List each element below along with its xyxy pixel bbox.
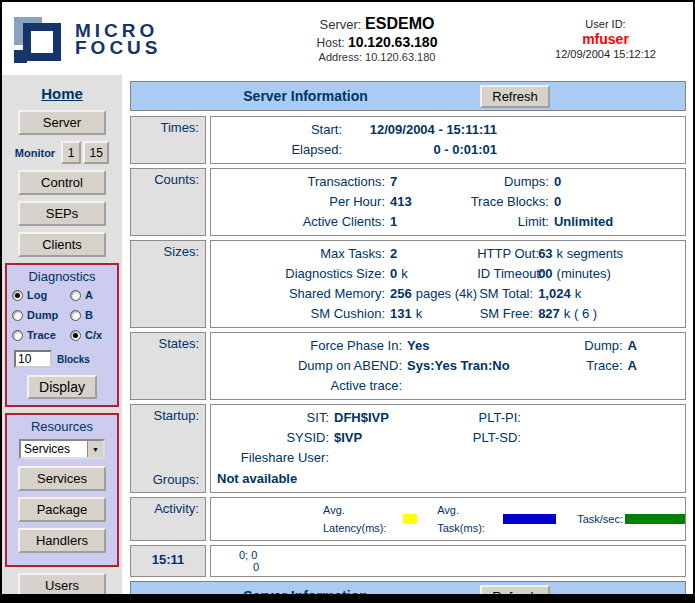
server-name: ESDEMO xyxy=(365,15,434,32)
trace-radio[interactable] xyxy=(12,330,23,341)
blocks-label: Blocks xyxy=(57,354,90,365)
main-area: Server Information Refresh Times: Start:… xyxy=(122,75,693,594)
users-button[interactable]: Users xyxy=(18,573,106,594)
control-button[interactable]: Control xyxy=(18,170,106,195)
cx-radio-option[interactable]: C/x xyxy=(70,329,112,341)
server-info: Server: ESDEMO Host: 10.120.63.180 Addre… xyxy=(226,15,528,63)
display-button[interactable]: Display xyxy=(27,375,97,399)
task-per-sec-legend-label: Task/sec: xyxy=(577,510,623,528)
task-per-sec-swatch xyxy=(625,514,685,524)
shared-memory-value: 256 xyxy=(390,286,412,301)
handlers-button[interactable]: Handlers xyxy=(18,528,106,553)
sizes-row-label: Sizes: xyxy=(130,240,206,328)
counts-row: Counts: Transactions:7 Per Hour:413 Acti… xyxy=(130,168,686,236)
startup-row: Startup: Groups: SIT:DFH$IVP SYSID:$IVP … xyxy=(130,404,686,493)
resources-title: Resources xyxy=(7,419,117,434)
groups-row-label: Groups: xyxy=(153,472,199,487)
user-id-label: User ID: xyxy=(528,18,683,30)
package-button[interactable]: Package xyxy=(18,497,106,522)
refresh-button-top[interactable]: Refresh xyxy=(480,85,550,108)
trace-radio-option[interactable]: Trace xyxy=(12,329,70,341)
times-row-label: Times: xyxy=(130,116,206,164)
log-radio-option[interactable]: Log xyxy=(12,289,70,301)
sysid-value: $IVP xyxy=(334,430,362,445)
monitor-button-1[interactable]: 1 xyxy=(61,141,81,164)
b-radio-option[interactable]: B xyxy=(70,309,112,321)
page: MICRO FOCUS Server: ESDEMO Host: 10.120.… xyxy=(0,0,695,603)
per-hour-value: 413 xyxy=(390,194,412,209)
b-radio[interactable] xyxy=(70,310,81,321)
host-value: 10.120.63.180 xyxy=(348,34,438,50)
max-tasks-value: 2 xyxy=(390,246,397,261)
user-info: User ID: mfuser 12/09/2004 15:12:12 xyxy=(528,18,683,60)
states-row-label: States: xyxy=(130,332,206,400)
server-label: Server: xyxy=(320,17,362,32)
counts-row-label: Counts: xyxy=(130,168,206,236)
resources-dropdown[interactable]: Services ▼ xyxy=(19,439,105,459)
top-title-band: Server Information Refresh xyxy=(130,81,686,111)
dump-flag-value: A xyxy=(628,338,637,353)
diagnostics-group: Diagnostics Log A Dump xyxy=(5,263,119,407)
server-button[interactable]: Server xyxy=(18,110,106,135)
diagnostics-radio-grid: Log A Dump B xyxy=(7,289,117,341)
monitor-button-15[interactable]: 15 xyxy=(83,141,109,164)
groups-value: Not available xyxy=(217,468,685,489)
services-button[interactable]: Services xyxy=(18,466,106,491)
address-value: 10.120.63.180 xyxy=(365,51,435,63)
blocks-row: Blocks xyxy=(14,350,117,368)
resources-group: Resources Services ▼ Services Package Ha… xyxy=(5,413,119,567)
id-timeout-value: 00 xyxy=(538,266,552,281)
trace-blocks-value: 0 xyxy=(554,194,561,209)
seps-button[interactable]: SEPs xyxy=(18,201,106,226)
host-label: Host: xyxy=(317,36,345,50)
elapsed-time-value: 0 - 0:01:01 xyxy=(347,140,497,160)
http-out-value: 63 xyxy=(538,246,552,261)
sidebar: Home Server Monitor 1 15 Control SEPs Cl… xyxy=(2,75,122,594)
activity-row: Activity: Avg. Latency(ms): Avg. Task(ms… xyxy=(130,497,686,541)
activity-values-line-1: 0; 0 xyxy=(239,549,685,561)
diagnostics-title: Diagnostics xyxy=(7,269,117,284)
cx-radio[interactable] xyxy=(70,330,81,341)
sm-free-value: 827 xyxy=(538,306,560,321)
activity-values-row: 15:11 0; 0 0 xyxy=(130,545,686,577)
a-radio[interactable] xyxy=(70,290,81,301)
limit-value: Unlimited xyxy=(554,214,613,229)
micro-focus-logo: MICRO FOCUS xyxy=(14,15,226,63)
a-radio-option[interactable]: A xyxy=(70,289,112,301)
page-title: Server Information xyxy=(131,88,480,104)
address-label: Address: xyxy=(319,51,362,63)
timestamp: 12/09/2004 15:12:12 xyxy=(528,48,683,60)
log-radio[interactable] xyxy=(12,290,23,301)
refresh-button-bottom[interactable]: Refresh xyxy=(480,585,550,595)
monitor-row: Monitor 1 15 xyxy=(2,141,122,164)
chevron-down-icon[interactable]: ▼ xyxy=(87,441,103,457)
dump-radio[interactable] xyxy=(12,310,23,321)
sm-total-value: 1,024 xyxy=(538,286,571,301)
startup-row-label: Startup: xyxy=(153,408,199,423)
resources-dropdown-value: Services xyxy=(21,441,87,457)
avg-task-swatch xyxy=(503,514,556,524)
avg-task-legend-label: Avg. Task(ms): xyxy=(437,501,501,537)
force-phase-in-value: Yes xyxy=(407,338,429,353)
activity-values-line-2: 0 xyxy=(253,561,685,573)
dump-radio-option[interactable]: Dump xyxy=(12,309,70,321)
clients-button[interactable]: Clients xyxy=(18,232,106,257)
times-row: Times: Start:12/09/2004 - 15:11:11 Elaps… xyxy=(130,116,686,164)
user-id-value: mfuser xyxy=(528,31,683,47)
activity-row-label: Activity: xyxy=(130,497,206,541)
blocks-input[interactable] xyxy=(14,350,52,368)
bottom-border xyxy=(2,594,693,601)
activity-time-label: 15:11 xyxy=(130,545,206,577)
avg-latency-swatch xyxy=(403,514,417,524)
diagnostics-size-value: 0 xyxy=(390,266,397,281)
active-clients-value: 1 xyxy=(390,214,397,229)
start-time-value: 12/09/2004 - 15:11:11 xyxy=(347,120,497,140)
trace-flag-value: A xyxy=(628,358,637,373)
sm-cushion-value: 131 xyxy=(390,306,412,321)
sit-value: DFH$IVP xyxy=(334,410,389,425)
transactions-value: 7 xyxy=(390,174,397,189)
monitor-label: Monitor xyxy=(15,147,55,159)
avg-latency-legend-label: Avg. Latency(ms): xyxy=(323,501,401,537)
home-link[interactable]: Home xyxy=(2,85,122,102)
header: MICRO FOCUS Server: ESDEMO Host: 10.120.… xyxy=(2,2,693,75)
